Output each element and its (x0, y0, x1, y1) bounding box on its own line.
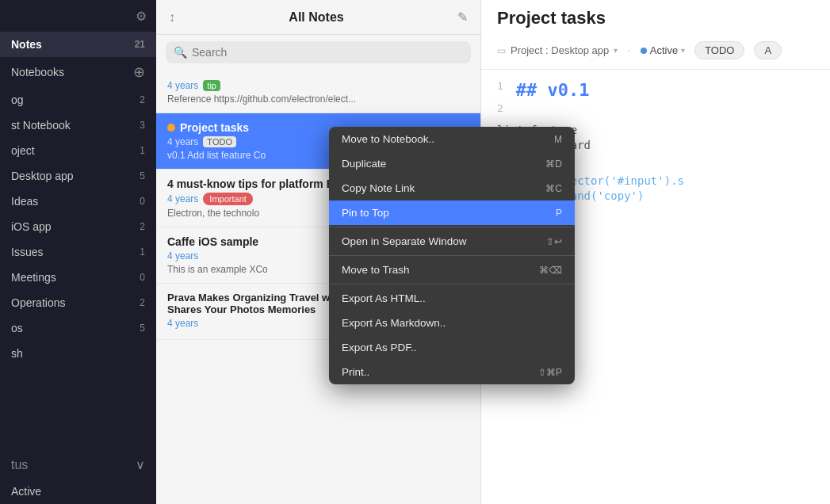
sidebar-item-oject[interactable]: oject 1 (0, 138, 156, 163)
menu-item-open-window[interactable]: Open in Separate Window ⇧↩ (329, 229, 575, 254)
menu-item-move-notebook[interactable]: Move to Notebook.. M (329, 127, 575, 151)
new-note-icon[interactable]: ✎ (457, 10, 468, 25)
sidebar-bottom: tus ∨ Active (0, 451, 156, 504)
menu-item-export-pdf[interactable]: Export As PDF.. (329, 335, 575, 360)
menu-duplicate-label: Duplicate (342, 158, 386, 170)
sort-icon[interactable]: ↕ (169, 10, 175, 25)
content-line-1: 1 ## v0.1 (497, 80, 814, 100)
notes-list-title: All Notes (175, 10, 457, 25)
sidebar-item-ideas-count: 0 (129, 196, 145, 207)
menu-open-window-label: Open in Separate Window (342, 235, 467, 247)
detail-status-label: Active (650, 44, 678, 56)
note-project-age: 4 years (167, 136, 198, 147)
content-h2: ## v0.1 (516, 80, 590, 100)
sidebar-item-stnotebook-count: 3 (129, 120, 145, 131)
sidebar-item-os[interactable]: os 5 (0, 315, 156, 341)
content-line-2: 2 (497, 102, 814, 114)
menu-trash-label: Move to Trash (342, 264, 410, 276)
notebook-icon: ▭ (497, 45, 506, 56)
sidebar-item-desktop-count: 5 (129, 170, 145, 181)
sidebar-item-desktop[interactable]: Desktop app 5 (0, 163, 156, 189)
sidebar-collapse[interactable]: tus ∨ (0, 451, 156, 479)
sidebar: ⚙ Notes 21 Notebooks ⊕ og 2 st Notebook … (0, 0, 156, 504)
sidebar-item-notes-label: Notes (11, 38, 129, 51)
note-caffe-age: 4 years (167, 250, 198, 262)
notes-header: ↕ All Notes ✎ (156, 0, 480, 35)
sidebar-item-meetings-label: Meetings (11, 271, 129, 284)
sidebar-item-oject-label: oject (11, 144, 129, 157)
sidebar-item-stnotebook-label: st Notebook (11, 119, 129, 132)
sidebar-item-notes[interactable]: Notes 21 (0, 32, 156, 57)
sidebar-item-ideas[interactable]: Ideas 0 (0, 189, 156, 214)
sidebar-item-operations[interactable]: Operations 2 (0, 290, 156, 315)
gear-icon[interactable]: ⚙ (136, 9, 147, 24)
menu-copy-link-label: Copy Note Link (342, 182, 415, 194)
menu-copy-link-shortcut: ⌘C (545, 183, 562, 194)
sidebar-item-notes-count: 21 (129, 39, 145, 50)
sidebar-active-label: Active (11, 485, 41, 498)
menu-trash-shortcut: ⌘⌫ (539, 265, 562, 276)
sidebar-item-ios[interactable]: iOS app 2 (0, 214, 156, 239)
menu-item-pin-top[interactable]: Pin to Top P (329, 200, 575, 225)
status-dot-icon (641, 48, 647, 54)
note-project-circle (167, 124, 175, 132)
sidebar-collapse-icon[interactable]: ∨ (136, 457, 145, 472)
note-detail-title: Project tasks (481, 0, 830, 32)
add-notebook-icon[interactable]: ⊕ (133, 63, 145, 81)
note-ref-tag: tip (203, 80, 220, 91)
sidebar-item-ios-label: iOS app (11, 220, 129, 233)
search-input-wrapper[interactable]: 🔍 (166, 41, 471, 63)
detail-notebook[interactable]: ▭ Project : Desktop app ▾ (497, 44, 618, 56)
menu-item-export-html[interactable]: Export As HTML.. (329, 286, 575, 311)
sidebar-item-meetings[interactable]: Meetings 0 (0, 265, 156, 290)
sidebar-item-og[interactable]: og 2 (0, 87, 156, 113)
note-ref-preview: Reference https://github.com/electron/el… (167, 94, 461, 105)
note-detail-header: ▭ Project : Desktop app ▾ · Active ▾ TOD… (481, 32, 830, 70)
note-tips-age: 4 years (167, 193, 198, 204)
detail-status[interactable]: Active ▾ (641, 44, 685, 56)
sidebar-status-label: tus (11, 458, 28, 472)
line-num-2: 2 (497, 102, 503, 114)
detail-extra-badge[interactable]: A (754, 41, 782, 59)
menu-item-trash[interactable]: Move to Trash ⌘⌫ (329, 258, 575, 282)
sidebar-item-sh-label: sh (11, 347, 145, 360)
search-bar: 🔍 (156, 35, 480, 70)
sidebar-item-os-count: 5 (129, 323, 145, 334)
sidebar-item-operations-count: 2 (129, 297, 145, 308)
menu-duplicate-shortcut: ⌘D (545, 158, 562, 170)
sidebar-item-meetings-count: 0 (129, 272, 145, 283)
notebook-chevron-icon: ▾ (614, 46, 618, 55)
sidebar-item-issues-count: 1 (129, 246, 145, 258)
sidebar-item-issues-label: Issues (11, 246, 129, 258)
status-chevron-icon: ▾ (681, 46, 685, 55)
line-num-1: 1 (497, 80, 503, 92)
sidebar-item-oject-count: 1 (129, 145, 145, 156)
menu-move-notebook-shortcut: M (554, 134, 562, 145)
menu-item-print[interactable]: Print.. ⇧⌘P (329, 360, 575, 384)
menu-pin-top-shortcut: P (556, 208, 562, 219)
menu-item-copy-link[interactable]: Copy Note Link ⌘C (329, 176, 575, 200)
sidebar-item-issues[interactable]: Issues 1 (0, 239, 156, 265)
note-ref-meta: 4 years tip (167, 80, 469, 91)
note-item-ref[interactable]: 4 years tip Reference https://github.com… (156, 70, 480, 113)
detail-notebook-label: Project : Desktop app (511, 44, 609, 56)
menu-move-notebook-label: Move to Notebook.. (342, 133, 434, 145)
menu-item-duplicate[interactable]: Duplicate ⌘D (329, 151, 575, 176)
menu-export-md-label: Export As Markdown.. (342, 317, 446, 329)
sidebar-item-notebooks[interactable]: Notebooks ⊕ (0, 57, 156, 87)
menu-export-pdf-label: Export As PDF.. (342, 342, 417, 353)
sidebar-active-item[interactable]: Active (0, 479, 156, 504)
sidebar-item-og-count: 2 (129, 94, 145, 105)
note-tips-tag: Important (203, 193, 252, 205)
sidebar-item-sh[interactable]: sh (0, 341, 156, 366)
menu-separator-2 (329, 255, 575, 256)
sidebar-item-ios-count: 2 (129, 221, 145, 232)
menu-print-label: Print.. (342, 366, 369, 378)
note-project-tag: TODO (203, 136, 236, 147)
detail-todo-badge[interactable]: TODO (694, 41, 744, 59)
menu-item-export-md[interactable]: Export As Markdown.. (329, 311, 575, 335)
sidebar-item-operations-label: Operations (11, 296, 129, 309)
sidebar-item-stnotebook[interactable]: st Notebook 3 (0, 113, 156, 138)
note-prava-age: 4 years (167, 318, 198, 329)
search-input[interactable] (192, 46, 463, 59)
